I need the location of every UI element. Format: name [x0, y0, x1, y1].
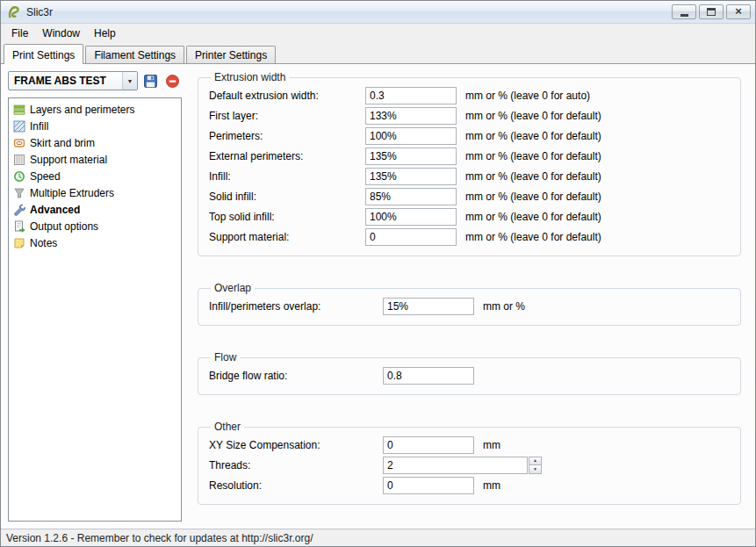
input-cell: [365, 87, 457, 104]
spin-down-icon[interactable]: ▼: [529, 465, 542, 474]
setting-row: Infill:mm or % (leave 0 for default): [209, 166, 730, 186]
layers-icon: [13, 104, 25, 116]
setting-row: Top solid infill:mm or % (leave 0 for de…: [209, 206, 730, 227]
spin-control: ▲▼: [383, 457, 474, 474]
resolution-input[interactable]: [383, 477, 474, 494]
support-icon: [13, 154, 25, 166]
menu-help[interactable]: Help: [87, 24, 123, 43]
unit-hint: mm or % (leave 0 for default): [457, 110, 730, 122]
setting-row: Solid infill:mm or % (leave 0 for defaul…: [209, 186, 730, 206]
minimize-icon: [680, 14, 688, 17]
setting-row: Resolution:mm: [209, 475, 730, 495]
section-flow: FlowBridge flow ratio:: [198, 351, 741, 395]
sidebar-item-label: Multiple Extruders: [30, 187, 114, 199]
sidebar-item-label: Speed: [30, 170, 61, 183]
minimize-button[interactable]: [672, 4, 696, 19]
section-title: Other: [211, 421, 244, 433]
support-material-input[interactable]: [365, 228, 457, 246]
solid-infill-input[interactable]: [365, 188, 457, 205]
setting-row: Bridge flow ratio:: [209, 365, 730, 385]
top-solid-infill-label: Top solid infill:: [209, 211, 365, 223]
unit-hint: mm or % (leave 0 for default): [457, 170, 730, 183]
bridge-flow-ratio-input[interactable]: [383, 367, 474, 385]
setting-row: Perimeters:mm or % (leave 0 for default): [209, 126, 730, 146]
unit-hint: mm: [474, 439, 730, 451]
preset-select[interactable]: FRAME ABS TEST ▼: [8, 71, 138, 90]
input-cell: [365, 208, 457, 226]
bridge-flow-ratio-label: Bridge flow ratio:: [209, 370, 383, 382]
input-cell: [365, 168, 457, 185]
sidebar-item-skirt-and-brim[interactable]: Skirt and brim: [11, 134, 179, 151]
sidebar: FRAME ABS TEST ▼ Layers and perimetersIn…: [1, 64, 187, 529]
sidebar-item-label: Notes: [30, 237, 57, 249]
setting-row: Default extrusion width:mm or % (leave 0…: [209, 85, 730, 105]
settings-panel: Extrusion widthDefault extrusion width:m…: [187, 64, 755, 529]
title-bar[interactable]: Slic3r ×: [1, 1, 755, 24]
external-perimeters-input[interactable]: [365, 148, 457, 165]
sidebar-item-support-material[interactable]: Support material: [11, 151, 179, 168]
input-cell: [383, 436, 474, 454]
infill-input[interactable]: [365, 168, 457, 185]
save-preset-button[interactable]: [141, 72, 160, 90]
status-text: Version 1.2.6 - Remember to check for up…: [6, 532, 313, 544]
tab-filament-settings[interactable]: Filament Settings: [85, 46, 184, 63]
sidebar-item-label: Support material: [30, 154, 107, 166]
setting-row: First layer:mm or % (leave 0 for default…: [209, 105, 730, 126]
threads-label: Threads:: [209, 459, 383, 471]
slic3r-logo-icon: [7, 5, 21, 19]
menu-window[interactable]: Window: [35, 24, 87, 43]
perimeters-input[interactable]: [365, 127, 457, 145]
maximize-icon: [707, 8, 716, 16]
delete-icon: [165, 74, 180, 89]
tab-printer-settings[interactable]: Printer Settings: [186, 46, 276, 63]
menu-file[interactable]: File: [4, 24, 35, 43]
input-cell: [383, 477, 474, 494]
infill-perimeters-overlap-input[interactable]: [383, 298, 474, 315]
sidebar-item-output-options[interactable]: Output options: [11, 218, 179, 234]
input-cell: [365, 107, 457, 125]
default-extrusion-width-input[interactable]: [365, 87, 457, 104]
input-cell: ▲▼: [383, 457, 474, 474]
unit-hint: mm or % (leave 0 for default): [457, 231, 730, 243]
sidebar-item-layers-and-perimeters[interactable]: Layers and perimeters: [11, 101, 179, 118]
sidebar-item-multiple-extruders[interactable]: Multiple Extruders: [11, 184, 179, 201]
sidebar-item-infill[interactable]: Infill: [11, 118, 179, 134]
sidebar-item-label: Infill: [30, 120, 48, 133]
close-button[interactable]: ×: [726, 4, 751, 19]
perimeters-label: Perimeters:: [209, 130, 365, 142]
tab-print-settings[interactable]: Print Settings: [4, 44, 83, 64]
input-cell: [365, 188, 457, 205]
infill-icon: [13, 120, 25, 133]
sidebar-item-advanced[interactable]: Advanced: [11, 201, 179, 218]
default-extrusion-width-label: Default extrusion width:: [209, 90, 365, 102]
sidebar-item-label: Layers and perimeters: [30, 104, 134, 116]
spin-up-icon[interactable]: ▲: [529, 457, 542, 466]
section-other: OtherXY Size Compensation:mmThreads:▲▼Re…: [198, 421, 741, 505]
xy-size-compensation-label: XY Size Compensation:: [209, 439, 383, 451]
sidebar-item-notes[interactable]: Notes: [11, 234, 179, 251]
close-icon: ×: [735, 5, 742, 17]
top-solid-infill-input[interactable]: [365, 208, 457, 226]
first-layer-input[interactable]: [365, 107, 457, 125]
setting-row: Threads:▲▼: [209, 455, 730, 475]
spinner: ▲▼: [529, 457, 542, 474]
xy-size-compensation-input[interactable]: [383, 436, 474, 454]
input-cell: [365, 228, 457, 246]
solid-infill-label: Solid infill:: [209, 191, 365, 203]
sidebar-item-label: Output options: [30, 220, 98, 233]
advanced-icon: [13, 204, 25, 216]
external-perimeters-label: External perimeters:: [209, 150, 365, 162]
delete-preset-button[interactable]: [163, 72, 182, 90]
section-extrusion-width: Extrusion widthDefault extrusion width:m…: [198, 71, 741, 256]
infill-perimeters-overlap-label: Infill/perimeters overlap:: [209, 300, 383, 313]
sidebar-item-speed[interactable]: Speed: [11, 168, 179, 184]
sidebar-item-label: Skirt and brim: [30, 137, 95, 149]
status-bar: Version 1.2.6 - Remember to check for up…: [1, 529, 755, 546]
infill-label: Infill:: [209, 170, 365, 183]
maximize-button[interactable]: [699, 4, 724, 19]
app-window: Slic3r × FileWindowHelp Print SettingsFi…: [0, 0, 756, 547]
save-icon: [143, 74, 158, 89]
unit-hint: mm or % (leave 0 for default): [457, 130, 730, 142]
threads-input[interactable]: [383, 457, 528, 474]
input-cell: [383, 298, 474, 315]
